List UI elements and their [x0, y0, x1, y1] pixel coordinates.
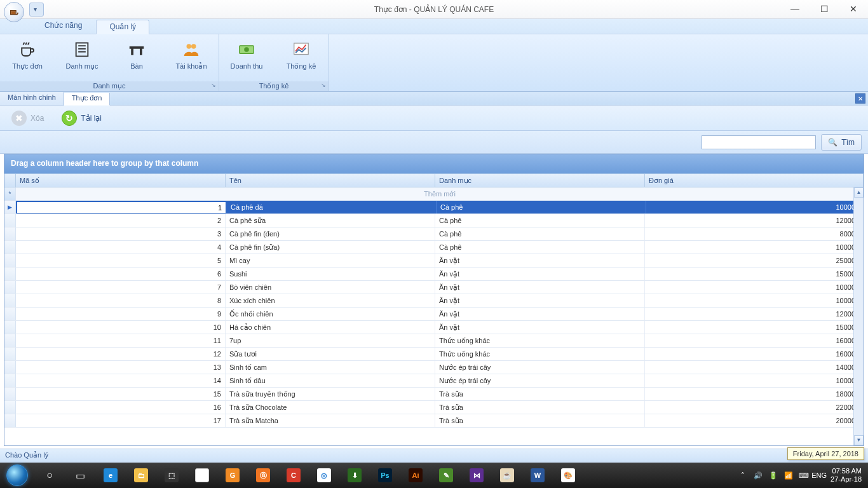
tray-keyboard-icon[interactable]: ⌨	[796, 471, 811, 480]
ribbon-menu-button[interactable]: Thực đơn	[5, 37, 50, 79]
cell-id[interactable]: 17	[16, 414, 226, 427]
close-button[interactable]: ✕	[839, 0, 868, 18]
cell-category[interactable]: Trà sữa	[435, 414, 645, 427]
cell-id[interactable]: 14	[16, 374, 226, 387]
doc-tab-menu[interactable]: Thực đơn	[64, 93, 111, 105]
system-tray[interactable]: ˄ 🔊 🔋 📶 ⌨ ENG 07:58 AM 27-Apr-18	[735, 463, 868, 488]
cell-name[interactable]: Cà phê sữa	[226, 214, 435, 227]
maximize-button[interactable]: ☐	[810, 0, 839, 18]
table-row[interactable]: 12Sữa tươiThức uống khác16000	[4, 348, 864, 361]
cell-category[interactable]: Nước ép trái cây	[435, 374, 645, 387]
reload-button[interactable]: ↻ Tải lại	[57, 109, 107, 128]
cell-name[interactable]: Há cảo chiên	[226, 321, 435, 334]
cell-category[interactable]: Trà sữa	[435, 401, 645, 414]
cell-price[interactable]: 16000	[645, 334, 864, 347]
cell-category[interactable]: Thức uống khác	[435, 334, 645, 347]
taskbar-photoshop[interactable]: Ps	[370, 463, 400, 488]
column-header-id[interactable]: Mã số	[16, 174, 226, 187]
cell-id[interactable]: 15	[16, 388, 226, 400]
ribbon-tab-func[interactable]: Chức năng	[32, 19, 95, 34]
table-row[interactable]: 3Cà phê fin (đen)Cà phê8000	[4, 227, 864, 241]
taskbar-avast[interactable]: ⓐ	[248, 463, 278, 488]
cell-name[interactable]: Sinh tố dâu	[226, 374, 435, 387]
cell-id[interactable]: 2	[16, 214, 226, 227]
cell-name[interactable]: Sushi	[226, 268, 435, 280]
minimize-button[interactable]: ―	[780, 0, 810, 18]
cell-id[interactable]: 6	[16, 268, 226, 280]
taskbar-store[interactable]: ⬚	[156, 463, 187, 488]
taskbar-chrome[interactable]: ◉	[187, 463, 217, 488]
tray-chevron-icon[interactable]: ˄	[735, 471, 750, 480]
cell-name[interactable]: Xúc xích chiên	[226, 294, 435, 307]
table-row[interactable]: 8Xúc xích chiênĂn vặt10000	[4, 294, 864, 308]
taskbar-illustrator[interactable]: Ai	[400, 463, 431, 488]
cell-category[interactable]: Ăn vặt	[435, 268, 645, 280]
table-row[interactable]: 2Cà phê sữaCà phê12000	[4, 214, 864, 227]
vertical-scrollbar[interactable]: ▲ ▼	[853, 187, 864, 445]
cell-id[interactable]: 8	[16, 294, 226, 307]
cell-category[interactable]: Cà phê	[435, 227, 645, 240]
cell-name[interactable]: Cà phê fin (sữa)	[226, 241, 435, 254]
cell-category[interactable]: Thức uống khác	[435, 348, 645, 360]
cell-id[interactable]: 16	[16, 401, 226, 414]
data-grid[interactable]: Drag a column header here to group by th…	[4, 154, 864, 446]
taskbar-visualstudio[interactable]: ⋈	[461, 463, 492, 488]
start-button[interactable]	[0, 463, 34, 488]
table-row[interactable]: 14Sinh tố dâuNước ép trái cây10000	[4, 374, 864, 388]
cell-id[interactable]: 9	[16, 308, 226, 320]
cell-price[interactable]: 10000	[646, 201, 864, 214]
doc-tab-close-button[interactable]: ✕	[855, 93, 865, 104]
ribbon-account-button[interactable]: Tài khoản	[169, 37, 214, 79]
table-row[interactable]: 117upThức uống khác16000	[4, 334, 864, 348]
cell-id[interactable]: 12	[16, 348, 226, 360]
cell-category[interactable]: Ăn vặt	[435, 294, 645, 307]
cell-category[interactable]: Ăn vặt	[435, 308, 645, 320]
taskbar-paint[interactable]: 🎨	[553, 463, 583, 488]
column-header-category[interactable]: Danh mục	[435, 174, 645, 187]
cell-price[interactable]: 10000	[645, 374, 864, 387]
search-input[interactable]	[702, 135, 816, 149]
cell-id[interactable]: 1	[17, 201, 226, 214]
cell-price[interactable]: 8000	[645, 227, 864, 240]
taskbar[interactable]: ○ ▭ e 🗀 ⬚ ◉ G ⓐ C ◎ ⬇ Ps Ai ✎ ⋈ ☕ W 🎨 ˄ …	[0, 463, 868, 488]
dialog-launcher-icon[interactable]: ↘	[211, 82, 216, 88]
column-header-name[interactable]: Tên	[226, 174, 435, 187]
ribbon-table-button[interactable]: Bàn	[114, 37, 159, 79]
column-header-price[interactable]: Đơn giá	[645, 174, 864, 187]
table-row[interactable]: 17Trà sữa MatchaTrà sữa20000	[4, 414, 864, 428]
table-row[interactable]: 9Ốc nhồi chiênĂn vặt12000	[4, 308, 864, 321]
tray-volume-icon[interactable]: 🔊	[750, 471, 766, 480]
taskbar-app-orange[interactable]: G	[217, 463, 248, 488]
table-row[interactable]: 4Cà phê fin (sữa)Cà phê10000	[4, 241, 864, 254]
cell-price[interactable]: 22000	[645, 401, 864, 414]
taskbar-ccleaner[interactable]: C	[278, 463, 309, 488]
quick-access-toolbar[interactable]: ▾	[29, 3, 44, 17]
cell-price[interactable]: 10000	[645, 241, 864, 254]
cell-category[interactable]: Ăn vặt	[435, 281, 645, 294]
cell-price[interactable]: 12000	[645, 308, 864, 320]
cell-id[interactable]: 13	[16, 361, 226, 374]
ribbon-stats-button[interactable]: Thống kê	[279, 37, 323, 79]
doc-tab-main[interactable]: Màn hình chính	[0, 92, 64, 105]
cell-name[interactable]: Sữa tươi	[226, 348, 435, 360]
new-item-row[interactable]: * Thêm mới	[4, 187, 864, 201]
table-row[interactable]: 13Sinh tố camNước ép trái cây14000	[4, 361, 864, 374]
dialog-launcher-icon[interactable]: ↘	[321, 82, 326, 88]
tray-clock[interactable]: 07:58 AM 27-Apr-18	[827, 467, 868, 484]
cell-id[interactable]: 3	[16, 227, 226, 240]
cell-price[interactable]: 20000	[645, 414, 864, 427]
cell-price[interactable]: 18000	[645, 388, 864, 400]
cell-price[interactable]: 15000	[645, 268, 864, 280]
cell-name[interactable]: Ốc nhồi chiên	[226, 308, 435, 320]
cell-name[interactable]: Trà sữa truyền thống	[226, 388, 435, 400]
cell-name[interactable]: Cà phê fin (đen)	[226, 227, 435, 240]
cell-price[interactable]: 14000	[645, 361, 864, 374]
taskbar-word[interactable]: W	[522, 463, 553, 488]
taskbar-idm[interactable]: ⬇	[339, 463, 370, 488]
scroll-up-icon[interactable]: ▲	[854, 187, 864, 198]
taskbar-taskview[interactable]: ▭	[65, 463, 95, 488]
cell-id[interactable]: 10	[16, 321, 226, 334]
cell-name[interactable]: Bò viên chiên	[226, 281, 435, 294]
cell-name[interactable]: Mì cay	[226, 254, 435, 267]
group-panel[interactable]: Drag a column header here to group by th…	[4, 154, 864, 173]
